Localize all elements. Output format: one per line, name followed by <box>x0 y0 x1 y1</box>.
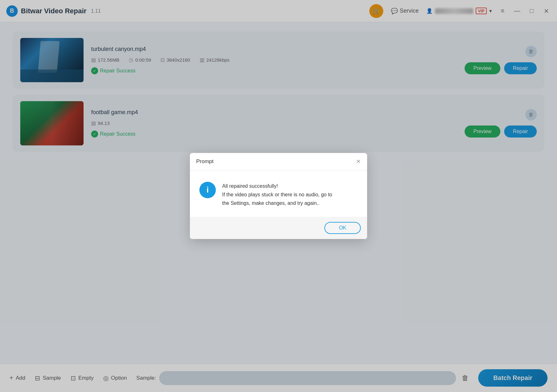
modal-message: All repaired successfully! If the video … <box>222 182 332 208</box>
modal-header: Prompt ✕ <box>190 153 367 170</box>
modal-close-button[interactable]: ✕ <box>356 158 361 165</box>
prompt-dialog: Prompt ✕ i All repaired successfully! If… <box>190 153 367 239</box>
modal-body: i All repaired successfully! If the vide… <box>190 170 367 217</box>
ok-button[interactable]: OK <box>324 222 361 234</box>
info-icon: i <box>199 182 216 198</box>
modal-message-line1: All repaired successfully! <box>222 182 332 190</box>
modal-title: Prompt <box>196 158 214 165</box>
modal-message-line2: If the video plays stuck or there is no … <box>222 190 332 199</box>
modal-overlay: Prompt ✕ i All repaired successfully! If… <box>0 0 557 392</box>
modal-footer: OK <box>190 217 367 239</box>
modal-message-line3: the Settings, make changes, and try agai… <box>222 199 332 207</box>
